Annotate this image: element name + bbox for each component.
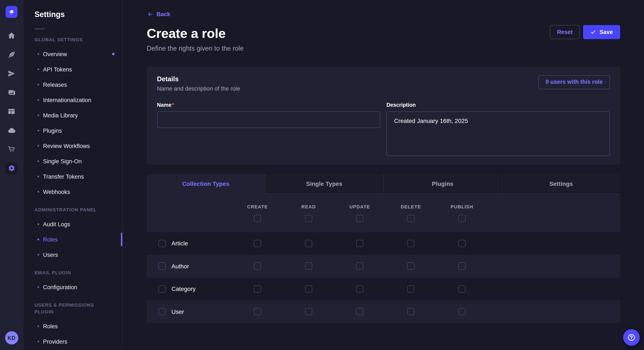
category-read-checkbox[interactable]	[305, 285, 312, 293]
rail-item-paper-plane[interactable]	[0, 66, 23, 81]
rail-item-pictures[interactable]	[0, 85, 23, 100]
rail-item-gear[interactable]	[0, 161, 23, 176]
tab-single-types[interactable]: Single Types	[265, 174, 383, 194]
bullet-icon	[38, 223, 39, 225]
article-update-checkbox[interactable]	[356, 240, 363, 247]
permission-row-user: User	[147, 300, 620, 323]
avatar[interactable]: KD	[5, 331, 18, 345]
save-button[interactable]: Save	[583, 25, 620, 39]
select-all-create-checkbox[interactable]	[254, 214, 261, 222]
user-read-checkbox[interactable]	[305, 308, 312, 315]
category-update-checkbox[interactable]	[356, 285, 363, 293]
sidebar-item-label: Media Library	[43, 112, 78, 118]
article-create-checkbox[interactable]	[254, 240, 261, 247]
column-create: CREATE	[232, 204, 283, 222]
help-button[interactable]	[623, 329, 640, 346]
sidebar-item-review-workflows[interactable]: Review Workflows	[24, 138, 122, 154]
sidebar-item-roles[interactable]: Roles	[24, 319, 122, 334]
bullet-icon	[38, 68, 39, 70]
column-update: UPDATE	[334, 204, 385, 222]
column-header-label: PUBLISH	[451, 204, 473, 209]
select-all-read-checkbox[interactable]	[305, 214, 312, 222]
required-mark: *	[172, 102, 174, 108]
page-subtitle: Define the rights given to the role	[147, 44, 620, 52]
user-publish-checkbox[interactable]	[458, 308, 466, 315]
user-update-checkbox[interactable]	[356, 308, 363, 315]
back-link[interactable]: Back	[147, 11, 170, 17]
name-input[interactable]	[157, 111, 380, 128]
article-delete-checkbox[interactable]	[407, 240, 414, 247]
sidebar-item-plugins[interactable]: Plugins	[24, 123, 122, 138]
author-update-checkbox[interactable]	[356, 263, 363, 270]
permission-cell	[232, 240, 283, 247]
tab-collection-types[interactable]: Collection Types	[147, 174, 265, 194]
row-label: Author	[172, 263, 189, 270]
strapi-logo[interactable]	[6, 6, 18, 18]
sidebar-title: Settings	[34, 10, 111, 19]
author-delete-checkbox[interactable]	[407, 263, 414, 270]
sidebar-item-api-tokens[interactable]: API Tokens	[24, 62, 122, 77]
bullet-icon	[38, 160, 39, 162]
select-category-checkbox[interactable]	[158, 285, 166, 293]
permission-cell	[436, 285, 488, 293]
pictures-icon	[7, 88, 16, 97]
sidebar-item-users[interactable]: Users	[24, 247, 122, 262]
rail-item-cloud[interactable]	[0, 123, 23, 138]
rail-item-cart[interactable]	[0, 142, 23, 157]
select-author-checkbox[interactable]	[158, 263, 166, 270]
strapi-logo-icon	[6, 6, 16, 17]
sidebar-item-media-library[interactable]: Media Library	[24, 108, 122, 123]
sidebar-item-audit-logs[interactable]: Audit Logs	[24, 216, 122, 232]
permissions-section: Collection TypesSingle TypesPluginsSetti…	[147, 174, 620, 323]
author-create-checkbox[interactable]	[254, 263, 261, 270]
column-delete: DELETE	[385, 204, 436, 222]
permission-row-article: Article	[147, 232, 620, 255]
sidebar-item-single-sign-on[interactable]: Single Sign-On	[24, 154, 122, 169]
author-publish-checkbox[interactable]	[458, 263, 466, 270]
rail-item-layout[interactable]	[0, 104, 23, 119]
author-read-checkbox[interactable]	[305, 263, 312, 270]
select-all-delete-checkbox[interactable]	[407, 214, 414, 222]
rail-item-home[interactable]	[0, 28, 23, 43]
permission-cell	[385, 263, 436, 270]
permissions-header-row: CREATEREADUPDATEDELETEPUBLISH	[147, 194, 620, 232]
sidebar-item-webhooks[interactable]: Webhooks	[24, 184, 122, 199]
sidebar-item-providers[interactable]: Providers	[24, 334, 122, 349]
category-create-checkbox[interactable]	[254, 285, 261, 293]
select-all-publish-checkbox[interactable]	[458, 214, 466, 222]
sidebar-item-releases[interactable]: Releases	[24, 77, 122, 92]
main-content: Back Create a role Define the rights giv…	[123, 0, 644, 350]
article-read-checkbox[interactable]	[305, 240, 312, 247]
select-user-checkbox[interactable]	[158, 308, 166, 315]
article-publish-checkbox[interactable]	[458, 240, 466, 247]
permission-cell	[385, 240, 436, 247]
sidebar-item-label: Review Workflows	[43, 143, 90, 149]
category-publish-checkbox[interactable]	[458, 285, 466, 293]
rail-item-feather[interactable]	[0, 47, 23, 62]
row-label: User	[172, 308, 184, 315]
settings-sidebar: Settings GLOBAL SETTINGSOverviewAPI Toke…	[24, 0, 123, 350]
tab-settings[interactable]: Settings	[502, 174, 620, 194]
details-subtitle: Name and description of the role	[157, 85, 240, 92]
row-label: Article	[172, 240, 188, 247]
permission-row-author: Author	[147, 255, 620, 278]
tab-plugins[interactable]: Plugins	[383, 174, 502, 194]
section-header: GLOBAL SETTINGS	[24, 36, 122, 43]
sidebar-item-transfer-tokens[interactable]: Transfer Tokens	[24, 169, 122, 184]
description-input[interactable]: Created January 16th, 2025	[386, 111, 610, 156]
category-delete-checkbox[interactable]	[407, 285, 414, 293]
reset-button[interactable]: Reset	[550, 25, 580, 39]
users-with-role-button[interactable]: 0 users with this role	[538, 75, 610, 89]
select-all-update-checkbox[interactable]	[356, 214, 363, 222]
sidebar-item-overview[interactable]: Overview	[24, 46, 122, 62]
bullet-icon	[38, 84, 39, 85]
app-window: KD Settings GLOBAL SETTINGSOverviewAPI T…	[0, 0, 644, 350]
sidebar-item-label: Audit Logs	[43, 221, 70, 227]
user-delete-checkbox[interactable]	[407, 308, 414, 315]
permission-cell	[385, 308, 436, 315]
sidebar-item-internationalization[interactable]: Internationalization	[24, 92, 122, 108]
user-create-checkbox[interactable]	[254, 308, 261, 315]
select-article-checkbox[interactable]	[158, 240, 166, 247]
sidebar-item-roles[interactable]: Roles	[24, 232, 122, 247]
sidebar-item-configuration[interactable]: Configuration	[24, 279, 122, 295]
